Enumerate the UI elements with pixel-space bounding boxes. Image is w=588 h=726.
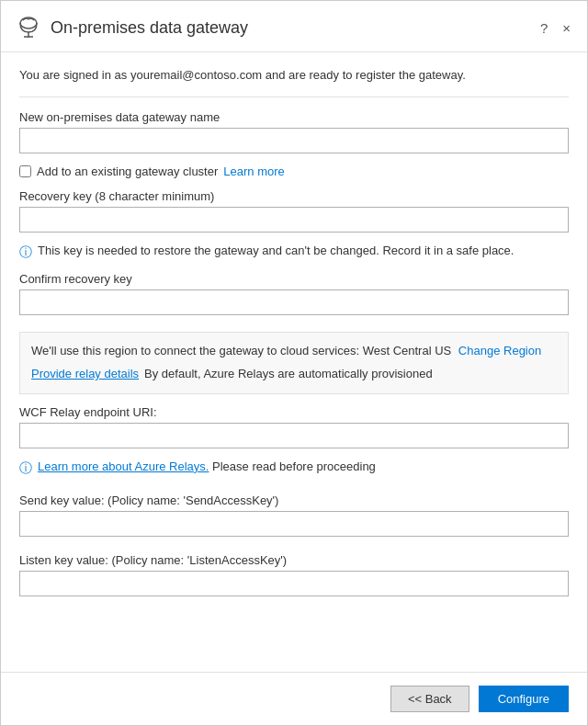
title-bar: On-premises data gateway ? × [1, 1, 587, 52]
learn-azure-relay-link[interactable]: Learn more about Azure Relays. [38, 459, 209, 473]
add-to-cluster-label: Add to an existing gateway cluster [37, 164, 218, 178]
recovery-key-input[interactable] [19, 207, 569, 233]
change-region-link[interactable]: Change Region [458, 344, 541, 357]
gateway-icon [16, 14, 41, 42]
listen-key-label: Listen key value: (Policy name: 'ListenA… [19, 553, 569, 567]
recovery-key-info-row: ⓘ This key is needed to restore the gate… [19, 244, 569, 261]
provide-relay-link[interactable]: Provide relay details [31, 365, 139, 384]
gateway-name-label: New on-premises data gateway name [19, 110, 569, 124]
add-to-cluster-checkbox[interactable] [19, 165, 31, 177]
send-key-group: Send key value: (Policy name: 'SendAcces… [19, 493, 569, 537]
window-controls: ? × [538, 20, 572, 36]
region-box: We'll use this region to connect the gat… [19, 332, 569, 394]
gateway-name-input[interactable] [19, 128, 569, 153]
recovery-key-label: Recovery key (8 character minimum) [19, 189, 569, 203]
relay-provision-text: By default, Azure Relays are automatical… [144, 365, 433, 384]
learn-more-link[interactable]: Learn more [223, 164, 284, 178]
send-key-input[interactable] [19, 511, 569, 537]
divider-line [19, 96, 569, 97]
azure-relay-info-row: ⓘ Learn more about Azure Relays. Please … [19, 459, 569, 477]
recovery-key-group: Recovery key (8 character minimum) [19, 189, 569, 233]
azure-relay-info-icon: ⓘ [19, 460, 32, 477]
subtitle-text: You are signed in as youremail@contoso.c… [19, 67, 569, 84]
confirm-recovery-key-group: Confirm recovery key [19, 272, 569, 315]
wcf-relay-group: WCF Relay endpoint URI: [19, 405, 569, 448]
confirm-recovery-key-label: Confirm recovery key [19, 272, 569, 286]
listen-key-group: Listen key value: (Policy name: 'ListenA… [19, 553, 569, 596]
info-icon: ⓘ [19, 244, 32, 261]
dialog-title: On-premises data gateway [51, 18, 248, 38]
provide-relay-row: Provide relay details By default, Azure … [31, 365, 557, 384]
region-text: We'll use this region to connect the gat… [31, 344, 451, 357]
help-button[interactable]: ? [538, 20, 549, 36]
dialog-container: On-premises data gateway ? × You are sig… [0, 0, 588, 726]
gateway-name-group: New on-premises data gateway name [19, 110, 569, 153]
back-button[interactable]: << Back [390, 686, 469, 712]
listen-key-input[interactable] [19, 571, 569, 596]
recovery-key-info-text: This key is needed to restore the gatewa… [38, 244, 514, 257]
azure-relay-info-text: Learn more about Azure Relays. Please re… [38, 459, 376, 473]
configure-button[interactable]: Configure [479, 686, 569, 712]
send-key-label: Send key value: (Policy name: 'SendAcces… [19, 493, 569, 507]
wcf-relay-label: WCF Relay endpoint URI: [19, 405, 569, 419]
wcf-relay-input[interactable] [19, 423, 569, 448]
confirm-recovery-key-input[interactable] [19, 289, 569, 315]
close-button[interactable]: × [560, 20, 572, 36]
form-content: You are signed in as youremail@contoso.c… [1, 52, 587, 672]
dialog-footer: << Back Configure [1, 672, 587, 725]
add-to-cluster-row: Add to an existing gateway cluster Learn… [19, 164, 569, 178]
azure-relay-suffix: Please read before proceeding [212, 459, 376, 473]
